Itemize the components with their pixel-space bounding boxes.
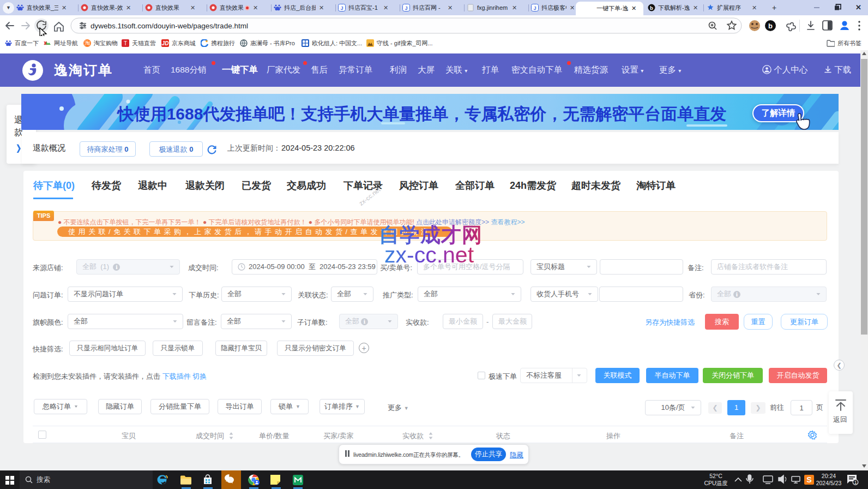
svg-text:J: J xyxy=(533,5,536,11)
svg-text:1: 1 xyxy=(854,480,857,485)
svg-text:52°C: 52°C xyxy=(709,473,722,479)
svg-text:J: J xyxy=(340,5,343,11)
svg-text:J: J xyxy=(405,5,407,11)
svg-text:CPU温度: CPU温度 xyxy=(704,480,728,486)
svg-text:2024/5/23: 2024/5/23 xyxy=(816,480,842,486)
svg-text:b: b xyxy=(650,5,653,11)
svg-text:b: b xyxy=(768,22,773,30)
svg-text:搜索: 搜索 xyxy=(37,476,50,484)
svg-text:20:24: 20:24 xyxy=(822,473,836,479)
svg-text:S: S xyxy=(806,475,811,484)
svg-text:dywebs.1tsoft.com/douyin-web/p: dywebs.1tsoft.com/douyin-web/pages/trade… xyxy=(91,22,248,30)
